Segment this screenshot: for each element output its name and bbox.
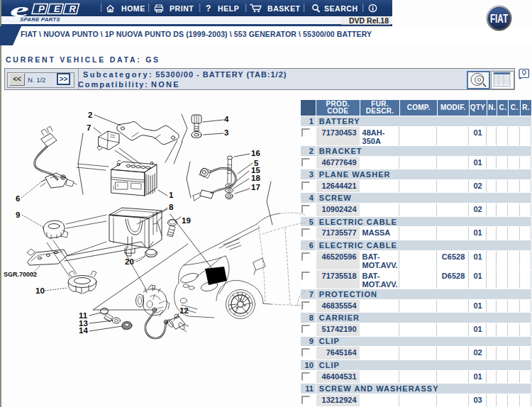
svg-text:19: 19 <box>182 216 191 225</box>
svg-text:17: 17 <box>251 183 260 191</box>
svg-text:6: 6 <box>16 194 20 203</box>
svg-text:9: 9 <box>16 211 20 219</box>
svg-text:4: 4 <box>224 115 229 123</box>
svg-text:18: 18 <box>251 174 260 182</box>
svg-text:7: 7 <box>87 123 91 132</box>
svg-text:3: 3 <box>224 128 228 137</box>
svg-text:14: 14 <box>79 326 88 335</box>
svg-text:8: 8 <box>169 203 174 211</box>
svg-text:SGR.70002: SGR.70002 <box>4 271 37 278</box>
svg-text:10: 10 <box>35 286 45 295</box>
svg-text:12: 12 <box>179 306 189 315</box>
svg-text:1: 1 <box>169 191 174 199</box>
svg-text:16: 16 <box>251 149 260 157</box>
svg-text:2: 2 <box>88 111 92 119</box>
